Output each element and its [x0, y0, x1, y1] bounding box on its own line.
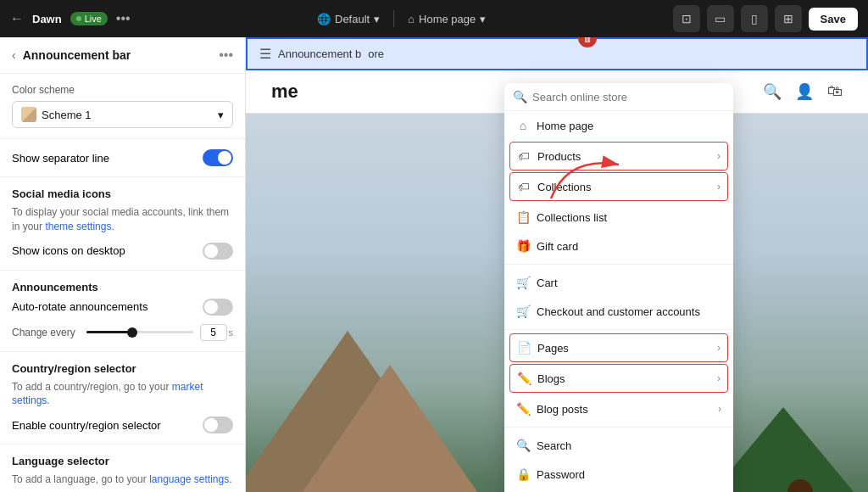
announcement-bar-preview[interactable]: ☰ Announcement b ore — [246, 37, 868, 70]
device-mobile-button[interactable]: ▯ — [741, 5, 768, 32]
menu-item-pages-left: 📄 Pages — [517, 341, 569, 355]
live-dot — [76, 16, 81, 21]
sidebar-more-icon[interactable]: ••• — [219, 48, 233, 63]
show-icons-row: Show icons on desktop — [12, 243, 233, 260]
search-input[interactable] — [532, 91, 725, 103]
chevron-down-icon: ▾ — [480, 13, 486, 25]
separator-toggle[interactable] — [203, 149, 233, 166]
device-desktop-button[interactable]: ⊡ — [673, 5, 700, 32]
brand-name: Dawn — [32, 13, 62, 25]
device-tablet-button[interactable]: ▭ — [707, 5, 734, 32]
menu-item-blogs-highlighted[interactable]: ✏️ Blogs › — [509, 364, 728, 393]
country-toggle-row: Enable country/region selector — [12, 417, 233, 433]
country-toggle[interactable] — [203, 417, 233, 433]
bag-icon[interactable]: 🛍 — [827, 82, 843, 101]
canvas-area: ☰ Announcement b ore 🗑 me 🔍 👤 🛍 — [246, 37, 868, 492]
slider-thumb[interactable] — [127, 327, 137, 338]
menu-item-blogs-left: ✏️ Blogs — [517, 372, 565, 385]
auto-rotate-toggle[interactable] — [203, 299, 233, 316]
topbar: ← Dawn Live ••• 🌐 Default ▾ ⌂ Home page … — [0, 0, 868, 37]
social-media-heading: Social media icons — [12, 187, 233, 200]
search-store-icon[interactable]: 🔍 — [763, 82, 782, 101]
search-icon: 🔍 — [513, 90, 527, 103]
menu-item-collections-left: 🏷 Collections — [517, 180, 592, 193]
topbar-more-icon[interactable]: ••• — [116, 11, 131, 26]
checkout-icon: 🛒 — [516, 305, 530, 318]
menu-item-checkout-left: 🛒 Checkout and customer accounts — [516, 305, 700, 318]
menu-divider-3 — [504, 427, 733, 428]
menu-item-cart[interactable]: 🛒 Cart — [504, 268, 733, 297]
country-section: Country/region selector To add a country… — [0, 352, 245, 445]
announcements-heading: Announcements — [12, 281, 233, 294]
change-every-label: Change every — [12, 327, 80, 338]
store-icons: 🔍 👤 🛍 — [763, 82, 843, 101]
store-logo: me — [271, 81, 298, 103]
chevron-right-icon: › — [717, 150, 721, 162]
separator-toggle-row: Show separator line — [12, 149, 233, 166]
chevron-right-icon: › — [717, 372, 721, 384]
search-nav-icon: 🔍 — [516, 439, 530, 452]
menu-item-collections-list[interactable]: 📋 Collections list — [504, 203, 733, 232]
country-desc: To add a country/region, go to your mark… — [12, 380, 233, 409]
language-heading: Language selector — [12, 455, 233, 467]
topbar-right: ⊡ ▭ ▯ ⊞ Save — [673, 5, 858, 32]
menu-item-checkout[interactable]: 🛒 Checkout and customer accounts — [504, 297, 733, 326]
menu-item-pages[interactable]: 📄 Pages › — [510, 334, 727, 361]
sidebar-back-icon[interactable]: ‹ — [12, 48, 16, 62]
menu-item-gift-card[interactable]: 🎁 Gift card — [504, 232, 733, 260]
language-settings-link[interactable]: language settings. — [149, 473, 231, 485]
hamburger-icon: ☰ — [259, 46, 271, 62]
gift-icon: 🎁 — [516, 239, 530, 253]
blog-posts-icon: ✏️ — [516, 402, 530, 416]
change-every-row: Change every 5 s — [12, 324, 233, 341]
chevron-right-icon: › — [717, 342, 721, 354]
sidebar-header-left: ‹ Announcement bar — [12, 48, 131, 62]
main-layout: ‹ Announcement bar ••• Color scheme Sche… — [0, 37, 868, 492]
home-icon: ⌂ — [516, 119, 530, 132]
menu-item-collections[interactable]: 🏷 Collections › — [510, 173, 727, 200]
live-badge: Live — [70, 12, 108, 25]
show-icons-toggle[interactable] — [203, 243, 233, 260]
menu-item-collections-highlighted[interactable]: 🏷 Collections › — [509, 172, 728, 201]
color-scheme-section: Color scheme Scheme 1 ▾ — [0, 74, 245, 139]
lock-icon: 🔒 — [516, 467, 530, 481]
person-illustration — [783, 479, 817, 492]
menu-item-gc-left: 🎁 Gift card — [516, 239, 578, 253]
user-icon[interactable]: 👤 — [795, 82, 814, 101]
menu-item-password[interactable]: 🔒 Password — [504, 460, 733, 489]
page-icon: 📄 — [517, 341, 531, 355]
announcement-text-suffix: ore — [368, 48, 384, 60]
layout-button[interactable]: ⊞ — [775, 5, 802, 32]
default-dropdown[interactable]: 🌐 Default ▾ — [317, 13, 380, 25]
slider-value-input[interactable]: 5 — [200, 324, 227, 341]
menu-item-products[interactable]: 🏷 Products › — [510, 143, 727, 170]
navigation-dropdown: 🔍 ⌂ Home page 🏷 Products › — [504, 83, 733, 492]
toggle-knob — [204, 418, 218, 432]
menu-item-products-highlighted[interactable]: 🏷 Products › — [509, 142, 728, 171]
save-button[interactable]: Save — [809, 8, 858, 31]
color-scheme-label: Color scheme — [12, 84, 233, 96]
menu-item-blog-posts[interactable]: ✏️ Blog posts › — [504, 394, 733, 423]
scheme-select-left: Scheme 1 — [21, 107, 92, 122]
topbar-divider — [393, 10, 394, 27]
back-icon[interactable]: ← — [10, 11, 24, 26]
menu-item-search[interactable]: 🔍 Search — [504, 431, 733, 460]
menu-item-blogs[interactable]: ✏️ Blogs › — [510, 365, 727, 392]
scheme-icon — [21, 107, 36, 122]
announcement-text: Announcement b — [278, 48, 361, 60]
language-section: Language selector To add a language, go … — [0, 444, 245, 492]
social-media-section: Social media icons To display your socia… — [0, 177, 245, 271]
globe-icon: 🌐 — [317, 13, 331, 25]
theme-settings-link[interactable]: theme settings. — [45, 221, 114, 232]
menu-item-404[interactable]: ⊞ 404 page — [504, 489, 733, 492]
home-page-dropdown[interactable]: ⌂ Home page ▾ — [408, 13, 486, 25]
menu-item-home-page[interactable]: ⌂ Home page — [504, 111, 733, 140]
slider-track[interactable] — [86, 331, 193, 333]
color-scheme-select[interactable]: Scheme 1 ▾ — [12, 101, 233, 128]
menu-item-products-left: 🏷 Products — [517, 149, 581, 163]
chevron-down-icon: ▾ — [374, 13, 380, 25]
slider-fill — [86, 331, 129, 333]
menu-divider-1 — [504, 264, 733, 265]
chevron-right-icon: › — [718, 403, 721, 415]
menu-item-pages-highlighted[interactable]: 📄 Pages › — [509, 333, 728, 362]
